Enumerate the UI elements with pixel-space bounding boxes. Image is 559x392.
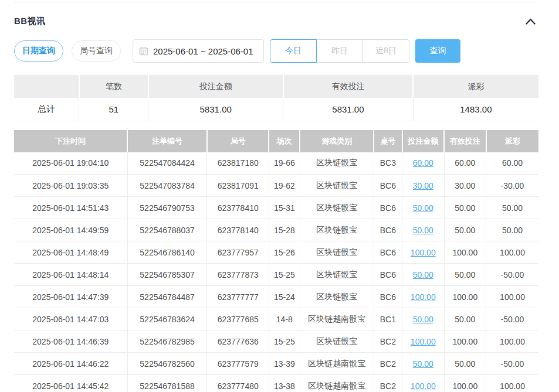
bet-amount-link[interactable]: 50.00 [413, 359, 433, 369]
table-row: 2025-06-01 14:46:22522546782560623777579… [14, 353, 538, 375]
bet-amount-link[interactable]: 100.00 [411, 337, 436, 346]
cell-valid-bet: 100.00 [444, 286, 486, 308]
cell-round-no: 623778140 [207, 219, 269, 241]
cell-game-type: 区块链越南骰宝 [300, 375, 374, 392]
summary-total-label: 总计 [14, 98, 79, 121]
bet-amount-link[interactable]: 50.00 [413, 315, 433, 324]
cell-session: 15-26 [269, 241, 300, 264]
bet-amount-link[interactable]: 50.00 [413, 270, 433, 279]
cell-order-no: 522546788037 [127, 219, 207, 241]
cell-order-no: 522546783624 [127, 308, 207, 330]
quick-range-last8days[interactable]: 近8日 [362, 39, 409, 63]
cell-valid-bet: 50.00 [444, 219, 486, 241]
cell-order-no: 522546785307 [127, 264, 207, 286]
cell-session: 14-8 [269, 308, 300, 330]
cell-valid-bet: 100.00 [444, 375, 486, 392]
cell-bet-amount: 50.00 [402, 353, 445, 375]
cell-bet-time: 2025-06-01 14:48:49 [14, 241, 127, 264]
records-col-valid-bet: 有效投注 [444, 130, 486, 152]
cell-round-no: 623817180 [207, 152, 269, 175]
cell-order-no: 522547084424 [127, 152, 207, 175]
records-header-row: 下注时间 注单编号 局号 场次 游戏类别 桌号 投注金额 有效投注 派彩 [14, 130, 538, 152]
bet-amount-link[interactable]: 100.00 [411, 292, 436, 302]
cell-bet-time: 2025-06-01 14:46:39 [14, 330, 127, 353]
cell-order-no: 522546782985 [127, 330, 207, 353]
bet-amount-link[interactable]: 50.00 [413, 226, 433, 235]
cell-valid-bet: 50.00 [444, 264, 486, 286]
table-row: 2025-06-01 14:48:14522546785307623777873… [14, 264, 538, 286]
page: BB视讯 日期查询 局号查询 [0, 2, 559, 392]
cell-session: 19-62 [269, 175, 300, 197]
section-header: BB视讯 [14, 15, 538, 28]
date-range-value: 2025-06-01 ~ 2025-06-01 [153, 46, 253, 56]
cell-table-no: BC6 [374, 175, 402, 197]
cell-payout: 60.00 [486, 152, 538, 175]
cell-session: 15-28 [269, 219, 300, 241]
cell-valid-bet: 50.00 [444, 308, 486, 330]
summary-col-bet-amount: 投注金额 [148, 75, 283, 98]
records-col-bet-time: 下注时间 [14, 130, 127, 152]
chevron-up-icon [525, 18, 536, 25]
bet-amount-link[interactable]: 100.00 [411, 381, 436, 391]
search-button[interactable]: 查询 [415, 39, 460, 63]
bet-amount-link[interactable]: 60.00 [413, 158, 433, 168]
summary-total-count: 51 [79, 98, 148, 121]
summary-table: 笔数 投注金额 有效投注 派彩 总计 51 5831.00 5831.00 14… [14, 75, 538, 121]
cell-order-no: 522546790753 [127, 197, 207, 219]
summary-col-valid-bet: 有效投注 [283, 75, 414, 98]
cell-bet-amount: 100.00 [402, 330, 445, 353]
bet-amount-link[interactable]: 100.00 [411, 248, 436, 257]
cell-bet-amount: 100.00 [402, 286, 445, 308]
quick-range-group: 今日 昨日 近8日 [270, 39, 409, 63]
bet-amount-link[interactable]: 50.00 [413, 203, 433, 213]
cell-game-type: 区块链越南骰宝 [300, 308, 374, 330]
summary-col-blank [14, 75, 79, 98]
records-table: 下注时间 注单编号 局号 场次 游戏类别 桌号 投注金额 有效投注 派彩 202… [14, 130, 538, 392]
cell-payout: -50.00 [486, 353, 538, 375]
cell-payout: 100.00 [486, 375, 538, 392]
cell-payout: 50.00 [486, 197, 538, 219]
records-col-payout: 派彩 [486, 130, 538, 152]
cell-bet-time: 2025-06-01 14:49:59 [14, 219, 127, 241]
table-row: 2025-06-01 19:03:35522547083784623817091… [14, 175, 538, 197]
cell-order-no: 522546781588 [127, 375, 207, 392]
records-col-bet-amount: 投注金额 [402, 130, 445, 152]
cell-payout: -50.00 [486, 308, 538, 330]
cell-valid-bet: 100.00 [444, 241, 486, 264]
cell-game-type: 区块链越南骰宝 [300, 353, 374, 375]
bet-amount-link[interactable]: 30.00 [413, 181, 433, 190]
cell-session: 15-31 [269, 197, 300, 219]
cell-bet-time: 2025-06-01 14:48:14 [14, 264, 127, 286]
cell-table-no: BC6 [374, 241, 402, 264]
collapse-section-button[interactable] [523, 16, 538, 26]
date-query-tab[interactable]: 日期查询 [14, 40, 63, 62]
cell-round-no: 623817091 [207, 175, 269, 197]
cell-bet-time: 2025-06-01 14:46:22 [14, 353, 127, 375]
cell-session: 15-25 [269, 264, 300, 286]
cell-table-no: BC2 [374, 375, 402, 392]
cell-bet-time: 2025-06-01 14:51:43 [14, 197, 127, 219]
cell-bet-time: 2025-06-01 14:47:03 [14, 308, 127, 330]
records-body: 2025-06-01 19:04:10522547084424623817180… [14, 152, 538, 392]
cell-session: 13-38 [269, 375, 300, 392]
round-query-tab[interactable]: 局号查询 [72, 40, 121, 62]
quick-range-yesterday[interactable]: 昨日 [316, 39, 363, 63]
records-col-session: 场次 [269, 130, 300, 152]
cell-table-no: BC6 [374, 264, 402, 286]
cell-payout: 50.00 [486, 219, 538, 241]
cell-table-no: BC2 [374, 353, 402, 375]
cell-round-no: 623778410 [207, 197, 269, 219]
cell-bet-amount: 50.00 [402, 264, 445, 286]
summary-total-row: 总计 51 5831.00 5831.00 1483.00 [14, 98, 538, 121]
cell-session: 19-66 [269, 152, 300, 175]
records-col-game-type: 游戏类别 [300, 130, 374, 152]
quick-range-today[interactable]: 今日 [270, 39, 317, 63]
date-range-input[interactable]: 2025-06-01 ~ 2025-06-01 [133, 39, 264, 63]
cell-session: 15-25 [269, 330, 300, 353]
cell-bet-time: 2025-06-01 14:47:39 [14, 286, 127, 308]
summary-total-bet-amount: 5831.00 [148, 98, 283, 121]
cell-valid-bet: 50.00 [444, 197, 486, 219]
cell-game-type: 区块链骰宝 [300, 197, 374, 219]
cell-game-type: 区块链骰宝 [300, 175, 374, 197]
cell-round-no: 623777777 [207, 286, 269, 308]
